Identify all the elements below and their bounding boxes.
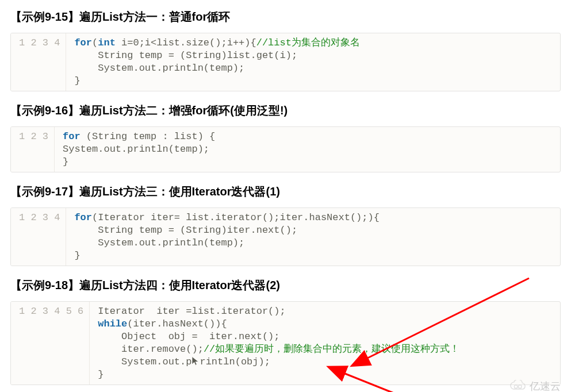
code-lines: for(int i=0;i<list.size();i++){//list为集合… [66, 33, 560, 91]
line-gutter: 1 2 3 4 [11, 33, 66, 91]
code-lines: for (String temp : list) { System.out.pr… [55, 127, 560, 172]
line-gutter: 1 2 3 4 5 6 [11, 302, 90, 385]
line-gutter: 1 2 3 [11, 127, 55, 172]
example-heading-17: 【示例9-17】遍历List方法三：使用Iterator迭代器(1) [0, 179, 571, 204]
code-block-16: 1 2 3 for (String temp : list) { System.… [10, 126, 561, 172]
svg-point-1 [514, 385, 518, 389]
code-block-15: 1 2 3 4 for(int i=0;i<list.size();i++){/… [10, 33, 561, 91]
watermark: 亿速云 [508, 379, 561, 392]
code-block-18: 1 2 3 4 5 6 Iterator iter =list.iterator… [10, 301, 561, 385]
document-root: 【示例9-15】遍历List方法一：普通for循环 1 2 3 4 for(in… [0, 5, 571, 392]
example-heading-15: 【示例9-15】遍历List方法一：普通for循环 [0, 5, 571, 29]
watermark-text: 亿速云 [530, 379, 561, 392]
cloud-icon [508, 380, 527, 392]
code-lines: Iterator iter =list.iterator(); while(it… [90, 302, 560, 385]
code-block-17: 1 2 3 4 for(Iterator iter= list.iterator… [10, 207, 561, 266]
line-gutter: 1 2 3 4 [11, 208, 66, 266]
example-heading-18: 【示例9-18】遍历List方法四：使用Iterator迭代器(2) [0, 273, 571, 298]
svg-point-2 [518, 385, 522, 389]
example-heading-16: 【示例9-16】遍历List方法二：增强for循环(使用泛型!) [0, 98, 571, 123]
code-lines: for(Iterator iter= list.iterator();iter.… [66, 208, 560, 266]
